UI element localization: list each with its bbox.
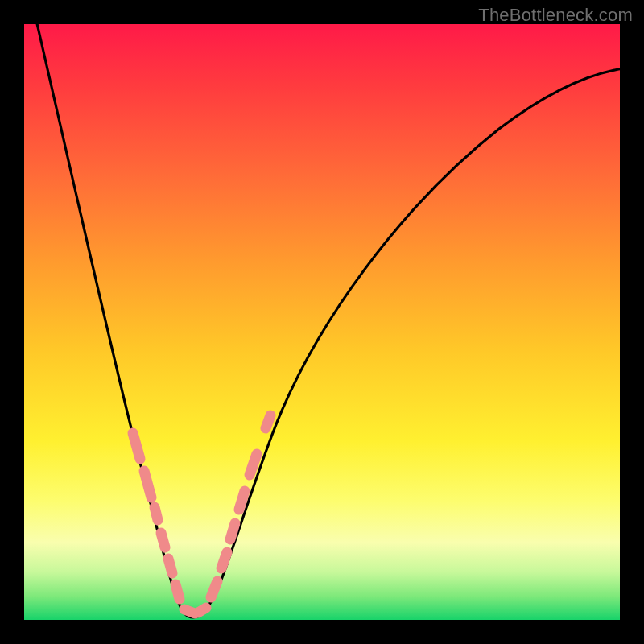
bottleneck-curve [24, 24, 620, 620]
plot-area [24, 24, 620, 620]
chart-frame: TheBottleneck.com [0, 0, 644, 644]
curve-path [36, 20, 624, 617]
watermark-text: TheBottleneck.com [478, 5, 633, 26]
curve-highlight-beads [133, 415, 270, 613]
